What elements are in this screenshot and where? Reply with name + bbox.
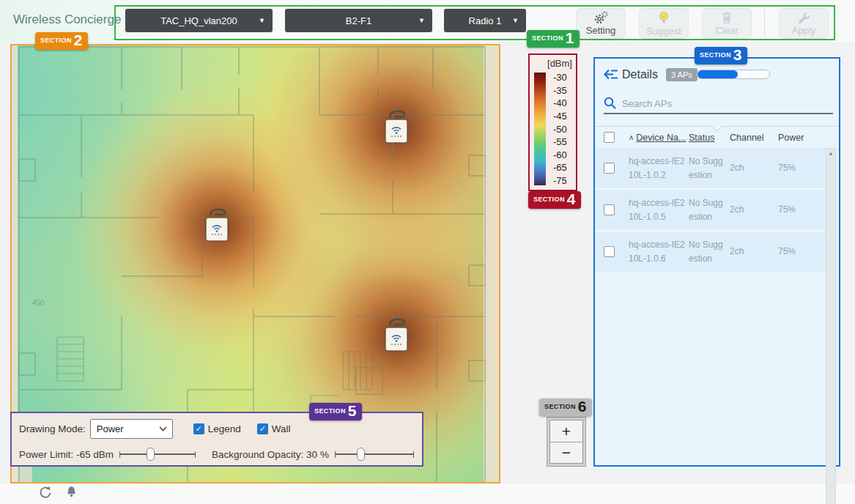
details-title: Details (622, 68, 658, 81)
section-2-badge: SECTION2 (35, 32, 88, 50)
radio-dropdown-value: Radio 1 (469, 15, 502, 26)
radio-dropdown[interactable]: Radio 1 ▼ (444, 9, 526, 32)
progress-bar[interactable] (697, 70, 770, 79)
floor-dropdown[interactable]: B2-F1 ▼ (285, 9, 432, 32)
cell-device-name: hq-access-IE210L-1.0.6 (629, 238, 687, 266)
power-limit-slider[interactable] (119, 447, 196, 462)
section-5-badge: SECTION5 (309, 403, 362, 420)
gear-icon (593, 11, 609, 24)
cell-channel: 2ch (730, 203, 778, 217)
row-checkbox[interactable] (604, 163, 615, 174)
table-row[interactable]: hq-access-IE210L-1.0.2 No Suggestion 2ch… (595, 148, 828, 190)
chevron-down-icon: ▼ (512, 17, 519, 24)
refresh-icon[interactable] (38, 486, 52, 500)
legend-checkbox[interactable]: ✓ (193, 423, 204, 434)
cell-channel: 2ch (730, 245, 778, 259)
table-scrollbar[interactable]: ▲ ▼ (826, 148, 836, 504)
search-icon (604, 97, 616, 109)
access-point-3[interactable] (385, 318, 410, 352)
header-device-name[interactable]: ∧ Device Na... (629, 133, 689, 143)
power-limit-label: Power Limit: -65 dBm (19, 449, 114, 460)
access-point-1[interactable] (385, 110, 410, 144)
ap-ports (212, 234, 222, 235)
clear-button[interactable]: Clear (702, 8, 752, 39)
section-6-badge: SECTION6 (539, 399, 592, 416)
background-opacity-slider-thumb[interactable] (357, 448, 365, 461)
legend-tick: -50 (550, 125, 575, 134)
drawing-mode-select[interactable]: Power (90, 419, 173, 439)
cell-status: No Suggestion (689, 238, 725, 266)
search-aps-input[interactable]: Search APs (622, 98, 672, 109)
cell-status: No Suggestion (689, 155, 725, 182)
floor-dropdown-value: B2-F1 (346, 15, 371, 26)
ap-ports (391, 344, 401, 345)
trash-icon (721, 11, 733, 24)
legend-tick: -45 (550, 111, 575, 121)
row-checkbox[interactable] (604, 246, 615, 257)
legend-title: [dBm] (547, 58, 572, 69)
setting-button[interactable]: Setting (576, 8, 626, 39)
legend-checkbox-label: Legend (208, 423, 241, 434)
power-limit-slider-thumb[interactable] (147, 448, 155, 461)
table-row[interactable]: hq-access-IE210L-1.0.5 No Suggestion 2ch… (595, 190, 828, 231)
cell-power: 75% (778, 245, 828, 259)
zoom-in-button[interactable]: + (549, 420, 583, 442)
chevron-down-icon (159, 426, 167, 431)
dbm-legend: [dBm] -30 -35 -40 -45 -50 -55 -60 -65 -7… (528, 53, 577, 191)
wall-checkbox[interactable]: ✓ (257, 423, 268, 434)
drawing-controls-panel: Drawing Mode: Power ✓ Legend ✓ Wall Powe… (10, 412, 423, 467)
header-status[interactable]: Status (689, 133, 730, 143)
apply-button[interactable]: Apply (779, 8, 829, 39)
setting-button-label: Setting (586, 25, 615, 36)
section-1-badge: SECTION1 (527, 30, 580, 48)
network-dropdown-value: TAC_HQ_vlan200 (160, 15, 237, 26)
legend-ticks: -30 -35 -40 -45 -50 -55 -60 -65 -75 (550, 73, 575, 185)
zoom-out-button[interactable]: − (549, 442, 583, 464)
suggest-button[interactable]: Suggest (639, 8, 689, 39)
access-point-2[interactable] (206, 208, 231, 242)
cell-status: No Suggestion (689, 196, 725, 224)
suggest-button-label: Suggest (646, 26, 681, 37)
legend-gradient-bar (534, 73, 546, 185)
legend-tick: -65 (550, 163, 575, 172)
footer-bar (0, 483, 855, 504)
map-zoom-control: + − (547, 417, 586, 467)
background-opacity-slider[interactable] (335, 447, 414, 462)
ap-antenna-icon (209, 208, 228, 218)
ap-antenna-icon (388, 318, 407, 327)
legend-tick: -75 (550, 176, 575, 185)
header-power: Power (778, 133, 829, 143)
ap-device-icon (385, 119, 407, 143)
cell-device-name: hq-access-IE210L-1.0.5 (629, 196, 687, 224)
ap-device-icon (206, 218, 228, 241)
legend-tick: -40 (550, 98, 575, 108)
select-all-checkbox[interactable] (604, 132, 615, 143)
wrench-icon (797, 11, 810, 24)
legend-tick: -35 (550, 86, 575, 95)
bell-icon[interactable] (66, 486, 77, 498)
clear-button-label: Clear (715, 25, 738, 36)
sort-asc-icon: ∧ (629, 133, 634, 141)
legend-tick: -60 (550, 150, 575, 160)
wifi-icon (390, 125, 403, 135)
network-dropdown[interactable]: TAC_HQ_vlan200 ▼ (125, 9, 273, 32)
table-row[interactable]: hq-access-IE210L-1.0.6 No Suggestion 2ch… (595, 231, 828, 273)
wall-checkbox-label: Wall (272, 423, 291, 434)
background-opacity-label: Background Opacity: 30 % (212, 449, 329, 460)
collapse-arrow-left-icon[interactable] (604, 69, 618, 80)
scroll-up-icon[interactable]: ▲ (826, 150, 835, 157)
lightbulb-icon (658, 11, 670, 25)
app-title: Wireless Concierge (13, 12, 121, 27)
legend-tick: -55 (550, 137, 575, 147)
ap-details-panel: Details 3 APs Search APs ∧ Device Na... … (593, 57, 840, 467)
room-label: 450 (32, 299, 45, 307)
legend-tick: -30 (550, 73, 575, 82)
cell-power: 75% (778, 161, 828, 175)
search-underline (604, 113, 833, 114)
cell-channel: 2ch (730, 161, 778, 175)
ap-ports (391, 136, 401, 137)
ap-count-badge: 3 APs (666, 68, 697, 81)
header-channel: Channel (730, 133, 778, 143)
chevron-down-icon: ▼ (259, 17, 265, 24)
row-checkbox[interactable] (604, 204, 615, 215)
